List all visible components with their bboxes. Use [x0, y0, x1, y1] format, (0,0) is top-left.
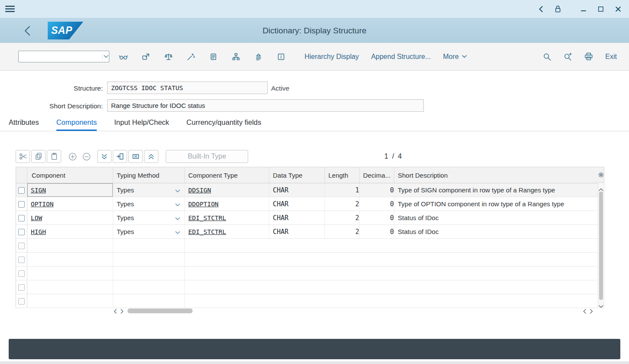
cell-component[interactable]: [27, 253, 113, 266]
cell-short-description[interactable]: Type of OPTION component in row type of …: [394, 197, 598, 211]
cell-empty[interactable]: [185, 294, 598, 308]
cell-short-description[interactable]: Status of IDoc: [394, 211, 598, 225]
scroll-to-bottom-icon[interactable]: [97, 150, 111, 163]
cell-length[interactable]: 2: [325, 225, 360, 239]
insert-line-icon[interactable]: [113, 150, 127, 163]
row-checkbox[interactable]: [18, 270, 25, 277]
cut-icon[interactable]: [16, 150, 30, 163]
column-header-typing-method[interactable]: Typing Method: [113, 167, 185, 183]
paste-icon[interactable]: [47, 150, 61, 163]
command-field[interactable]: [18, 51, 109, 62]
cell-decimals[interactable]: 0: [360, 225, 394, 239]
cell-component-type[interactable]: EDI_STCTRL: [185, 211, 269, 225]
chevron-down-icon[interactable]: [175, 228, 180, 235]
chevron-down-icon[interactable]: [175, 186, 180, 194]
cell-select[interactable]: [16, 197, 27, 211]
lock-icon[interactable]: [554, 5, 561, 13]
scroll-left-icon[interactable]: [583, 309, 586, 314]
component-link[interactable]: HIGH: [31, 228, 46, 235]
cell-typing-method[interactable]: Types: [113, 211, 185, 225]
cell-decimals[interactable]: 0: [360, 211, 394, 225]
copy-icon[interactable]: [31, 150, 46, 163]
cell-typing-method[interactable]: [113, 239, 185, 253]
gear-icon[interactable]: [598, 172, 604, 178]
component-link[interactable]: OPTION: [31, 201, 53, 208]
cell-length[interactable]: 1: [325, 183, 360, 197]
cell-decimals[interactable]: 0: [360, 183, 394, 197]
cell-length[interactable]: 2: [325, 197, 360, 211]
cell-empty[interactable]: [185, 253, 598, 266]
column-header-decimals[interactable]: Decima...: [360, 167, 394, 183]
information-icon[interactable]: [270, 49, 292, 65]
row-checkbox[interactable]: [18, 201, 25, 208]
cell-typing-method[interactable]: [113, 280, 185, 294]
tab-currency-quantity-fields[interactable]: Currency/quantity fields: [187, 116, 261, 131]
more-button[interactable]: More: [443, 53, 466, 61]
cell-component[interactable]: HIGH: [27, 225, 113, 239]
cell-typing-method[interactable]: [113, 266, 185, 280]
column-header-component[interactable]: Component: [27, 167, 113, 183]
command-input[interactable]: [19, 51, 102, 62]
session-back-icon[interactable]: [539, 6, 543, 13]
cell-empty[interactable]: [185, 280, 598, 294]
cell-component[interactable]: LOW: [27, 211, 113, 225]
cell-typing-method[interactable]: Types: [113, 197, 185, 211]
component-type-link[interactable]: EDI_STCTRL: [188, 214, 226, 221]
scroll-right-icon[interactable]: [590, 309, 593, 314]
cell-component[interactable]: SIGN: [27, 183, 113, 197]
search-more-icon[interactable]: [557, 49, 578, 65]
hierarchy-display-button[interactable]: Hierarchy Display: [305, 53, 359, 61]
row-checkbox[interactable]: [18, 284, 25, 291]
cell-component-type[interactable]: DDOPTION: [185, 197, 269, 211]
cell-select[interactable]: [16, 211, 27, 225]
structure-field[interactable]: [107, 81, 268, 94]
cell-component[interactable]: [27, 280, 113, 294]
short-description-input[interactable]: [111, 102, 420, 109]
cell-select[interactable]: [16, 183, 27, 197]
close-icon[interactable]: [615, 6, 621, 12]
search-icon[interactable]: [537, 49, 557, 65]
cell-select[interactable]: [16, 266, 27, 280]
cell-select[interactable]: [16, 253, 27, 266]
row-checkbox[interactable]: [18, 215, 25, 221]
cell-data-type[interactable]: CHAR: [269, 211, 325, 225]
component-link[interactable]: SIGN: [31, 187, 46, 194]
cell-empty[interactable]: [185, 239, 598, 253]
cell-select[interactable]: [16, 294, 27, 308]
chevron-down-icon[interactable]: [102, 53, 109, 61]
scroll-to-top-icon[interactable]: [144, 150, 158, 163]
row-checkbox[interactable]: [18, 243, 25, 249]
cell-typing-method[interactable]: Types: [113, 225, 185, 239]
append-structure-button[interactable]: Append Structure...: [371, 53, 431, 61]
built-in-type-button[interactable]: Built-In Type: [166, 150, 248, 163]
activate-icon[interactable]: [180, 49, 202, 65]
cell-empty[interactable]: [185, 266, 598, 280]
chevron-down-icon[interactable]: [175, 200, 180, 208]
row-checkbox[interactable]: [18, 229, 25, 235]
where-used-icon[interactable]: [157, 49, 180, 65]
maximize-icon[interactable]: [598, 6, 604, 12]
cell-component-type[interactable]: DDSIGN: [185, 183, 269, 197]
cell-component[interactable]: [27, 266, 113, 280]
cell-data-type[interactable]: CHAR: [269, 197, 325, 211]
cell-data-type[interactable]: CHAR: [269, 225, 325, 239]
minimize-icon[interactable]: [580, 6, 586, 12]
column-header-length[interactable]: Length: [325, 167, 360, 183]
tab-input-help-check[interactable]: Input Help/Check: [114, 116, 169, 131]
component-type-link[interactable]: EDI_STCTRL: [188, 228, 226, 235]
cell-select[interactable]: [16, 239, 27, 253]
component-type-link[interactable]: DDSIGN: [188, 187, 211, 194]
column-header-short-description[interactable]: Short Description: [394, 167, 598, 183]
display-change-icon[interactable]: [112, 49, 134, 65]
add-row-icon[interactable]: [66, 150, 79, 163]
structure-input[interactable]: [111, 84, 264, 91]
scroll-right-icon[interactable]: [121, 309, 124, 314]
component-type-link[interactable]: DDOPTION: [188, 201, 219, 208]
vertical-scrollbar-thumb[interactable]: [599, 192, 603, 300]
column-header-data-type[interactable]: Data Type: [269, 167, 325, 183]
scroll-down-icon[interactable]: [599, 302, 603, 310]
print-icon[interactable]: [578, 49, 599, 65]
cell-data-type[interactable]: CHAR: [269, 183, 325, 197]
delete-line-icon[interactable]: [128, 150, 143, 163]
cell-component[interactable]: [27, 239, 113, 253]
